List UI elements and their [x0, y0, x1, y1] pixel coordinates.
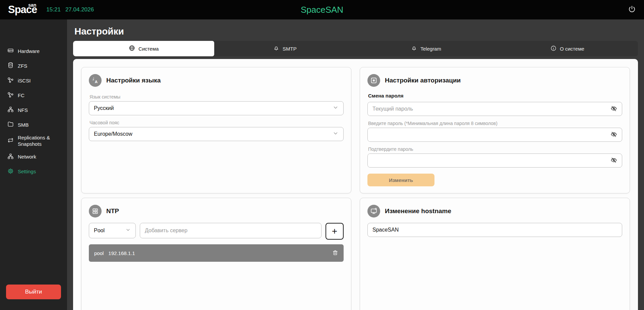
- hierarchy-icon: [7, 106, 14, 114]
- sidebar-item-fc[interactable]: FC: [7, 90, 63, 101]
- sidebar-item-label: Replications & Snapshots: [18, 135, 63, 147]
- power-icon: [628, 5, 636, 14]
- sidebar-item-label: Hardware: [18, 48, 40, 55]
- sidebar-item-zfs[interactable]: ZFS: [7, 61, 63, 71]
- sidebar-item-label: ZFS: [18, 63, 27, 69]
- timezone-value: Europe/Moscow: [94, 131, 132, 137]
- sidebar-item-iscsi[interactable]: iSCSI: [7, 76, 63, 86]
- chevron-down-icon: [333, 130, 339, 138]
- ntp-card: NTP Pool + pool 192.16: [81, 198, 351, 310]
- toggle-password-visibility-button[interactable]: [609, 156, 619, 166]
- logout-button[interactable]: Выйти: [6, 285, 61, 299]
- sidebar-item-label: FC: [18, 92, 24, 99]
- auth-settings-card: Настройки авторизации Смена пароля: [360, 67, 630, 193]
- eye-off-icon: [610, 105, 617, 113]
- sidebar-item-label: iSCSI: [18, 78, 31, 84]
- globe-icon: [129, 45, 135, 52]
- toggle-password-visibility-button[interactable]: [609, 104, 619, 114]
- sidebar-item-network[interactable]: Network: [7, 152, 63, 162]
- logo-sup-text: san: [28, 2, 36, 8]
- hostname-input[interactable]: [367, 223, 622, 237]
- sidebar-item-label: Settings: [18, 169, 36, 175]
- translate-icon: x A: [89, 74, 102, 87]
- settings-tabbar: Система SMTP Telegram: [73, 41, 638, 56]
- monitor-icon: [367, 205, 380, 218]
- sidebar-nav: Hardware ZFS: [0, 46, 67, 177]
- card-title: NTP: [106, 207, 119, 215]
- sidebar-item-nfs[interactable]: NFS: [7, 105, 63, 115]
- add-server-input[interactable]: [140, 223, 318, 238]
- chevron-down-icon: [125, 227, 131, 234]
- app-title: SpaceSAN: [301, 5, 343, 15]
- eye-off-icon: [610, 131, 617, 139]
- confirm-password-label: Подтвердите пароль: [368, 146, 622, 152]
- change-password-label: Смена пароля: [368, 93, 622, 99]
- bell-icon: [273, 45, 279, 52]
- sidebar-item-smb[interactable]: SMB: [7, 120, 63, 130]
- tab-label: Система: [138, 46, 159, 52]
- info-icon: [550, 45, 557, 52]
- server-icon: [7, 47, 14, 55]
- tab-telegram[interactable]: Telegram: [356, 41, 497, 56]
- card-title: Настройки языка: [106, 77, 161, 84]
- main-content: Настройки Система SMTP: [67, 19, 644, 310]
- time-value: 15:21: [46, 6, 61, 13]
- svg-text:x: x: [92, 77, 94, 81]
- card-title: Изменение hostname: [385, 207, 451, 215]
- folder-icon: [7, 121, 14, 129]
- new-password-input[interactable]: [368, 128, 609, 141]
- chevron-down-icon: [333, 105, 339, 112]
- confirm-password-field-wrap: [367, 153, 622, 168]
- ntp-add-row: Pool +: [89, 223, 344, 240]
- date-value: 27.04.2026: [65, 6, 94, 13]
- share-nodes-icon: [7, 91, 14, 100]
- spacesan-logo: Space san: [8, 4, 37, 16]
- hierarchy-icon: [7, 153, 14, 161]
- ntp-server-row: pool 192.168.1.1: [89, 244, 344, 262]
- new-password-label: Введите пароль (*Минимальная длина парол…: [368, 121, 622, 126]
- tab-label: О системе: [560, 46, 584, 52]
- hostname-card: Изменение hostname: [360, 198, 630, 310]
- delete-server-button[interactable]: [332, 250, 338, 257]
- server-stack-icon: [89, 205, 102, 218]
- sidebar: Hardware ZFS: [0, 19, 67, 310]
- sync-arrows-icon: [7, 137, 14, 145]
- sidebar-item-label: Network: [18, 154, 36, 160]
- bell-icon: [411, 45, 417, 52]
- toggle-password-visibility-button[interactable]: [609, 130, 619, 140]
- sidebar-item-hardware[interactable]: Hardware: [7, 46, 63, 56]
- system-language-label: Язык системы: [90, 94, 344, 100]
- page-title: Настройки: [74, 26, 638, 37]
- gear-icon: [7, 168, 14, 176]
- card-title: Настройки авторизации: [385, 77, 461, 84]
- new-password-field-wrap: [367, 128, 622, 142]
- confirm-password-input[interactable]: [368, 154, 609, 167]
- current-password-input[interactable]: [368, 102, 609, 116]
- tab-label: Telegram: [420, 46, 441, 52]
- sidebar-item-settings[interactable]: Settings: [7, 167, 63, 177]
- svg-text:A: A: [95, 80, 98, 84]
- ntp-server-type: pool: [94, 250, 104, 256]
- tab-system[interactable]: Система: [73, 41, 214, 56]
- password-icon: [367, 74, 380, 87]
- timezone-select[interactable]: Europe/Moscow: [89, 127, 344, 141]
- tab-about[interactable]: О системе: [497, 41, 638, 56]
- tab-smtp[interactable]: SMTP: [214, 41, 355, 56]
- ntp-type-select[interactable]: Pool: [89, 223, 136, 238]
- topbar: Space san 15:21 27.04.2026 SpaceSAN: [0, 0, 644, 19]
- system-language-select[interactable]: Русский: [89, 101, 344, 115]
- current-password-field-wrap: [367, 102, 622, 116]
- settings-panel: x A Настройки языка Язык системы Русский…: [73, 59, 638, 310]
- power-button[interactable]: [628, 5, 636, 14]
- sidebar-item-label: NFS: [18, 107, 28, 114]
- database-icon: [7, 62, 14, 70]
- tab-label: SMTP: [283, 46, 297, 52]
- ntp-server-address: 192.168.1.1: [108, 250, 135, 256]
- sidebar-item-replications[interactable]: Replications & Snapshots: [7, 135, 63, 147]
- eye-off-icon: [610, 157, 617, 165]
- ntp-type-value: Pool: [94, 228, 105, 234]
- system-language-value: Русский: [94, 105, 114, 111]
- add-server-button[interactable]: +: [326, 223, 344, 240]
- ntp-server-field-wrap: [140, 223, 321, 238]
- change-password-button[interactable]: Изменить: [367, 174, 434, 186]
